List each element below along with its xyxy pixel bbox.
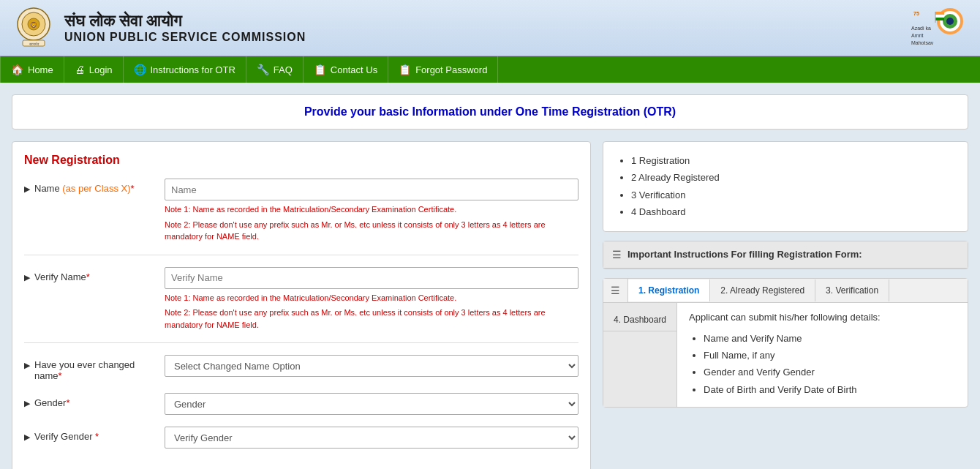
step-1: 1 Registration [631, 152, 957, 169]
verify-name-label-text: Verify Name* [34, 271, 90, 282]
svg-point-9 [946, 18, 954, 25]
gender-select[interactable]: Gender Male Female Transgender [165, 393, 578, 415]
verify-gender-arrow-icon: ▶ [24, 432, 30, 442]
svg-text:Amrit: Amrit [911, 33, 923, 38]
nav-faq[interactable]: 🔧 FAQ [246, 56, 304, 83]
page-title: Provide your basic Information under One… [304, 105, 676, 118]
name-label-text: Name (as per Class X)* [34, 183, 135, 194]
name-note2: Note 2: Please don't use any prefix such… [165, 219, 578, 243]
nav-forgot-label: Forgot Password [415, 64, 487, 75]
tab-content-list: Name and Verify Name Full Name, if any G… [689, 330, 881, 399]
nav-contact-label: Contact Us [331, 64, 377, 75]
tab-registration[interactable]: 1. Registration [628, 279, 710, 301]
svg-rect-11 [935, 15, 944, 18]
name-row: ▶ Name (as per Class X)* Note 1: Name as… [24, 179, 578, 243]
verify-name-input[interactable] [165, 267, 578, 289]
verify-name-label: ▶ Verify Name* [24, 267, 156, 282]
tab-content-item-4: Date of Birth and Verify Date of Birth [704, 381, 881, 398]
step-4: 4 Dashboard [631, 203, 957, 220]
tab-content-item-2: Full Name, if any [704, 347, 881, 364]
nav-contact[interactable]: 📋 Contact Us [304, 56, 388, 83]
svg-text:Azadi ka: Azadi ka [911, 26, 931, 31]
page-title-bar: Provide your basic Information under One… [12, 94, 968, 130]
step-2: 2 Already Registered [631, 169, 957, 186]
verify-gender-select[interactable]: Verify Gender Male Female Transgender [165, 427, 578, 449]
instructions-box: ☰ Important Instructions For filling Reg… [603, 241, 968, 269]
changed-name-select[interactable]: Select Changed Name Option Yes No [165, 355, 578, 377]
section-title: New Registration [24, 154, 578, 167]
nav-faq-label: FAQ [274, 64, 293, 75]
changed-name-label-text: Have you ever changed name* [34, 359, 156, 381]
hamburger-icon: ☰ [612, 249, 622, 260]
azadi-badge: 75 Azadi ka Amrit Mahotsav [910, 8, 968, 48]
home-icon: 🏠 [11, 64, 23, 75]
contact-icon: 📋 [314, 64, 326, 75]
tab-content-subtitle: Applicant can submit his/her following d… [689, 312, 881, 323]
nav-login[interactable]: 🖨 Login [64, 56, 124, 83]
forgot-icon: 📋 [399, 64, 411, 75]
verify-gender-label-text: Verify Gender * [34, 431, 99, 442]
gender-label: ▶ Gender* [24, 393, 156, 408]
verify-name-arrow-icon: ▶ [24, 273, 30, 282]
header-left: 🦁 सत्यमेव संघ लोक सेवा आयोग UNION PUBLIC… [12, 6, 306, 50]
nav-home-label: Home [28, 64, 53, 75]
verify-gender-label: ▶ Verify Gender * [24, 427, 156, 442]
steps-box: 1 Registration 2 Already Registered 3 Ve… [603, 141, 968, 232]
navbar: 🏠 Home 🖨 Login 🌐 Instructions for OTR 🔧 … [0, 56, 980, 83]
instructions-header-text: Important Instructions For filling Regis… [627, 249, 862, 260]
gender-input-area: Gender Male Female Transgender [165, 393, 578, 415]
name-note1: Note 1: Name as recorded in the Matricul… [165, 203, 578, 216]
instructions-icon: 🌐 [134, 64, 146, 75]
svg-text:Mahotsav: Mahotsav [911, 40, 934, 45]
tabs-menu-icon: ☰ [603, 279, 628, 302]
tab-already-registered[interactable]: 2. Already Registered [710, 279, 815, 301]
instructions-header: ☰ Important Instructions For filling Reg… [603, 241, 968, 269]
svg-text:🦁: 🦁 [30, 21, 37, 29]
tab-content: Applicant can submit his/her following d… [677, 303, 892, 408]
main-layout: New Registration ▶ Name (as per Class X)… [12, 141, 968, 469]
divider-1 [24, 255, 578, 255]
name-label: ▶ Name (as per Class X)* [24, 179, 156, 194]
header-right: 75 Azadi ka Amrit Mahotsav [910, 8, 968, 48]
nav-forgot[interactable]: 📋 Forgot Password [388, 56, 498, 83]
changed-name-arrow-icon: ▶ [24, 361, 30, 370]
name-input-area: Note 1: Name as recorded in the Matricul… [165, 179, 578, 243]
nav-home[interactable]: 🏠 Home [0, 56, 64, 83]
verify-name-note2: Note 2: Please don't use any prefix such… [165, 307, 578, 331]
tab-sidebar-row: 4. Dashboard Applicant can submit his/he… [603, 303, 968, 408]
changed-name-row: ▶ Have you ever changed name* Select Cha… [24, 355, 578, 381]
verify-name-input-area: Note 1: Name as recorded in the Matricul… [165, 267, 578, 331]
tabs-header: ☰ 1. Registration 2. Already Registered … [603, 279, 968, 303]
nav-instructions-label: Instructions for OTR [151, 64, 235, 75]
svg-rect-12 [935, 18, 944, 20]
header: 🦁 सत्यमेव संघ लोक सेवा आयोग UNION PUBLIC… [0, 0, 980, 56]
tab-sidebar-dashboard[interactable]: 4. Dashboard [603, 309, 676, 331]
content-wrapper: Provide your basic Information under One… [0, 83, 980, 469]
gender-label-text: Gender* [34, 397, 69, 408]
name-arrow-icon: ▶ [24, 184, 30, 194]
steps-list: 1 Registration 2 Already Registered 3 Ve… [618, 152, 957, 221]
left-panel: New Registration ▶ Name (as per Class X)… [12, 141, 591, 469]
verify-name-row: ▶ Verify Name* Note 1: Name as recorded … [24, 267, 578, 331]
header-english-title: UNION PUBLIC SERVICE COMMISSION [64, 31, 306, 44]
emblem-icon: 🦁 सत्यमेव [12, 6, 56, 50]
header-hindi-title: संघ लोक सेवा आयोग [64, 12, 306, 31]
nav-login-label: Login [89, 64, 113, 75]
login-icon: 🖨 [75, 64, 85, 75]
changed-name-input-area: Select Changed Name Option Yes No [165, 355, 578, 377]
tab-sidebar: 4. Dashboard [603, 303, 677, 408]
svg-text:75: 75 [913, 11, 919, 16]
header-title-block: संघ लोक सेवा आयोग UNION PUBLIC SERVICE C… [64, 12, 306, 44]
changed-name-label: ▶ Have you ever changed name* [24, 355, 156, 381]
tabs-panel: ☰ 1. Registration 2. Already Registered … [603, 278, 968, 408]
svg-text:सत्यमेव: सत्यमेव [29, 42, 39, 46]
faq-icon: 🔧 [257, 64, 269, 75]
gender-row: ▶ Gender* Gender Male Female Transgender [24, 393, 578, 415]
tab-verification[interactable]: 3. Verification [815, 279, 889, 301]
verify-name-note1: Note 1: Name as recorded in the Matricul… [165, 292, 578, 304]
name-input[interactable] [165, 179, 578, 200]
svg-rect-10 [935, 12, 944, 15]
divider-2 [24, 342, 578, 343]
tab-content-item-1: Name and Verify Name [704, 330, 881, 347]
nav-instructions[interactable]: 🌐 Instructions for OTR [124, 56, 246, 83]
